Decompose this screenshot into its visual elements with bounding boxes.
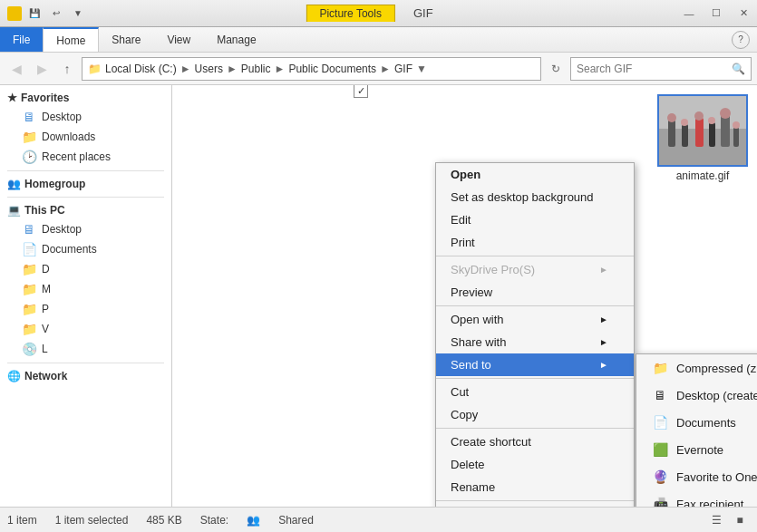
favorite-onenote-icon: 🔮 xyxy=(651,468,669,486)
ctx-divider-5 xyxy=(436,500,634,501)
svg-rect-6 xyxy=(695,118,704,147)
title-center: Picture Tools GIF xyxy=(306,5,451,22)
sub-desktop-shortcut[interactable]: 🖥 Desktop (create shortcut) xyxy=(636,382,757,409)
pc-p-icon: 📁 xyxy=(22,302,36,316)
ctx-edit[interactable]: Edit xyxy=(436,208,634,231)
address-path[interactable]: 📁 Local Disk (C:) ► Users ► Public ► Pub… xyxy=(82,57,541,81)
svg-point-9 xyxy=(708,117,715,124)
ribbon-tab-view[interactable]: View xyxy=(154,27,204,52)
network-header[interactable]: 🌐 Network xyxy=(0,367,171,385)
status-bar: 1 item 1 item selected 485 KB State: 👥 S… xyxy=(0,507,757,532)
ribbon-tab-home[interactable]: Home xyxy=(43,27,99,52)
view-icons-button[interactable]: ■ xyxy=(730,510,750,530)
sidebar-divider-3 xyxy=(7,363,164,363)
sendto-submenu: 📁 Compressed (zipped) folder 🖥 Desktop (… xyxy=(636,353,757,507)
ctx-set-desktop[interactable]: Set as desktop background xyxy=(436,186,634,208)
sidebar-item-pc-p[interactable]: 📁 P xyxy=(0,299,171,319)
ribbon: File Home Share View Manage ? xyxy=(0,27,757,53)
sidebar-item-pc-v[interactable]: 📁 V xyxy=(0,319,171,339)
picture-tools-tab[interactable]: Picture Tools xyxy=(306,5,394,22)
file-thumbnail xyxy=(657,94,748,167)
sub-favorite-onenote[interactable]: 🔮 Favorite to OneNote xyxy=(636,463,757,490)
window-title: GIF xyxy=(395,6,451,20)
quick-access-save[interactable]: 💾 xyxy=(25,5,44,23)
maximize-button[interactable]: ☐ xyxy=(703,0,730,27)
status-shared-icon: 👥 xyxy=(247,514,260,527)
ribbon-tab-manage[interactable]: Manage xyxy=(204,27,269,52)
compressed-icon: 📁 xyxy=(651,359,669,377)
sidebar-item-recent[interactable]: 🕑 Recent places xyxy=(0,147,171,167)
forward-button[interactable]: ▶ xyxy=(31,58,53,80)
pc-l-icon: 💿 xyxy=(22,342,36,356)
status-right: ☰ ■ xyxy=(706,510,750,530)
address-bar: ◀ ▶ ↑ 📁 Local Disk (C:) ► Users ► Public… xyxy=(0,53,757,85)
ctx-create-shortcut[interactable]: Create shortcut xyxy=(436,430,634,453)
pc-d-icon: 📁 xyxy=(22,262,36,276)
ctx-properties[interactable]: Properties xyxy=(436,503,634,507)
favorites-header[interactable]: ★ Favorites xyxy=(0,89,171,107)
ribbon-file-tab[interactable]: File xyxy=(0,27,43,52)
ribbon-right: ? xyxy=(732,27,757,52)
status-state-label: State: xyxy=(200,514,228,527)
homegroup-header[interactable]: 👥 Homegroup xyxy=(0,175,171,193)
pc-m-icon: 📁 xyxy=(22,282,36,296)
homegroup-section: 👥 Homegroup xyxy=(0,175,171,193)
sidebar-item-pc-desktop[interactable]: 🖥 Desktop xyxy=(0,219,171,239)
file-checkbox[interactable]: ✓ xyxy=(354,85,368,98)
ctx-copy[interactable]: Copy xyxy=(436,403,634,426)
sidebar-item-pc-l[interactable]: 💿 L xyxy=(0,339,171,359)
up-button[interactable]: ↑ xyxy=(56,58,78,80)
ctx-open[interactable]: Open xyxy=(436,163,634,186)
ctx-divider-2 xyxy=(436,305,634,306)
sidebar-divider-1 xyxy=(7,170,164,171)
file-item-animate-gif[interactable]: animate.gif xyxy=(653,94,752,182)
ctx-skydrive[interactable]: SkyDrive Pro(S) ► xyxy=(436,258,634,281)
sub-compressed[interactable]: 📁 Compressed (zipped) folder xyxy=(636,354,757,382)
sidebar-item-downloads[interactable]: 📁 Downloads xyxy=(0,127,171,147)
refresh-button[interactable]: ↻ xyxy=(545,58,567,80)
svg-point-13 xyxy=(733,121,740,129)
help-button[interactable]: ? xyxy=(732,31,750,49)
sidebar-item-pc-m[interactable]: 📁 M xyxy=(0,279,171,299)
ctx-preview[interactable]: Preview xyxy=(436,281,634,304)
sub-evernote[interactable]: 🟩 Evernote xyxy=(636,436,757,463)
search-input[interactable] xyxy=(577,63,728,75)
sidebar-item-desktop[interactable]: 🖥 Desktop xyxy=(0,107,171,127)
ctx-sharewith-arrow: ► xyxy=(599,337,608,347)
ctx-send-to[interactable]: Send to ► 📁 Compressed (zipped) folder 🖥… xyxy=(436,353,634,376)
ribbon-tab-share[interactable]: Share xyxy=(99,27,154,52)
svg-point-11 xyxy=(720,108,731,119)
ctx-divider-3 xyxy=(436,378,634,379)
ctx-print[interactable]: Print xyxy=(436,231,634,254)
ctx-delete[interactable]: Delete xyxy=(436,453,634,476)
status-item-count: 1 item xyxy=(7,514,37,527)
fax-icon: 📠 xyxy=(651,495,669,507)
ctx-share-with[interactable]: Share with ► xyxy=(436,331,634,353)
ctx-divider-4 xyxy=(436,428,634,429)
desktop-shortcut-icon: 🖥 xyxy=(651,386,669,404)
status-shared-label: Shared xyxy=(278,514,314,527)
ctx-skydrive-arrow: ► xyxy=(599,265,608,275)
search-box[interactable]: 🔍 xyxy=(570,57,752,81)
view-details-button[interactable]: ☰ xyxy=(706,510,726,530)
desktop-icon: 🖥 xyxy=(22,110,36,124)
ctx-divider-1 xyxy=(436,256,634,256)
svg-rect-4 xyxy=(682,124,688,147)
sidebar-item-pc-d[interactable]: 📁 D xyxy=(0,259,171,279)
sub-documents[interactable]: 📄 Documents xyxy=(636,409,757,436)
sub-fax[interactable]: 📠 Fax recipient xyxy=(636,490,757,507)
thispc-header[interactable]: 💻 This PC xyxy=(0,201,171,219)
svg-rect-2 xyxy=(668,120,675,147)
ctx-cut[interactable]: Cut xyxy=(436,381,634,403)
svg-point-3 xyxy=(667,113,676,122)
ctx-open-with[interactable]: Open with ► xyxy=(436,308,634,331)
quick-access-dropdown[interactable]: ▼ xyxy=(69,5,87,23)
sidebar-item-pc-documents[interactable]: 📄 Documents xyxy=(0,239,171,259)
sidebar: ★ Favorites 🖥 Desktop 📁 Downloads 🕑 Rece… xyxy=(0,85,172,507)
back-button[interactable]: ◀ xyxy=(5,58,27,80)
svg-point-5 xyxy=(681,119,688,126)
minimize-button[interactable]: — xyxy=(675,0,703,27)
ctx-rename[interactable]: Rename xyxy=(436,476,634,498)
close-button[interactable]: ✕ xyxy=(730,0,757,27)
quick-access-undo[interactable]: ↩ xyxy=(47,5,65,23)
